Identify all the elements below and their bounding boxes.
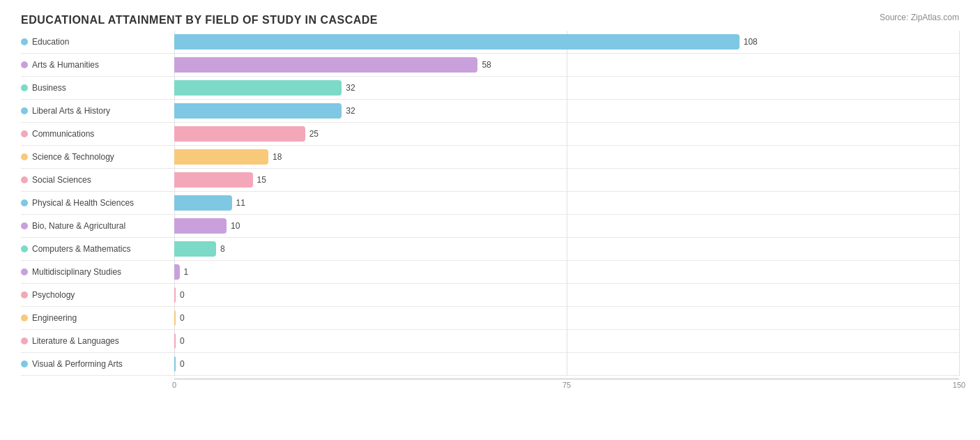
label-pill — [21, 38, 28, 45]
bar-value: 10 — [231, 221, 240, 231]
bar-value: 32 — [346, 83, 355, 93]
bar-track: 0 — [174, 356, 959, 372]
bar-fill — [174, 172, 253, 188]
bar-track: 0 — [174, 310, 959, 326]
bar-label: Bio, Nature & Agricultural — [21, 221, 174, 231]
chart-container: EDUCATIONAL ATTAINMENT BY FIELD OF STUDY… — [0, 0, 980, 440]
bar-label-text: Business — [32, 83, 66, 93]
bar-track: 10 — [174, 218, 959, 234]
label-pill — [21, 268, 28, 275]
bar-fill — [174, 333, 176, 349]
bar-label: Computers & Mathematics — [21, 244, 174, 254]
bar-label-text: Social Sciences — [32, 175, 91, 185]
bar-track: 108 — [174, 34, 959, 50]
label-pill — [21, 361, 28, 367]
bar-value: 18 — [273, 152, 282, 162]
bar-label-text: Bio, Nature & Agricultural — [32, 221, 125, 231]
bar-row: Bio, Nature & Agricultural10 — [21, 215, 959, 238]
bar-value: 25 — [309, 129, 319, 139]
label-pill — [21, 107, 28, 114]
bar-track: 18 — [174, 149, 959, 165]
bar-row: Multidisciplinary Studies1 — [21, 261, 959, 284]
bar-track: 58 — [174, 57, 959, 73]
bar-fill — [174, 149, 268, 165]
bar-row: Liberal Arts & History32 — [21, 100, 959, 123]
bar-label: Psychology — [21, 290, 174, 300]
bar-label-text: Multidisciplinary Studies — [32, 267, 121, 277]
bar-label-text: Psychology — [32, 290, 75, 300]
bar-fill — [174, 195, 232, 211]
bar-fill — [174, 218, 227, 234]
bar-row: Visual & Performing Arts0 — [21, 353, 959, 376]
bar-track: 32 — [174, 103, 959, 119]
bar-value: 0 — [180, 313, 185, 323]
bar-row: Science & Technology18 — [21, 146, 959, 169]
bar-fill — [174, 241, 216, 257]
bar-label: Liberal Arts & History — [21, 106, 174, 116]
bar-track: 0 — [174, 287, 959, 303]
bar-label: Science & Technology — [21, 152, 174, 162]
bar-value: 15 — [257, 175, 266, 185]
bar-track: 15 — [174, 172, 959, 188]
bar-value: 58 — [482, 60, 491, 70]
bar-label: Education — [21, 37, 174, 47]
bar-fill — [174, 80, 342, 96]
bar-fill — [174, 356, 176, 372]
bar-label-text: Literature & Languages — [32, 336, 119, 346]
bar-fill — [174, 264, 180, 280]
label-pill — [21, 222, 28, 229]
bar-fill — [174, 103, 342, 119]
label-pill — [21, 176, 28, 183]
x-axis-ticks: 075150 — [174, 379, 959, 392]
bar-value: 11 — [236, 198, 245, 208]
chart-title: EDUCATIONAL ATTAINMENT BY FIELD OF STUDY… — [21, 14, 959, 26]
label-pill — [21, 199, 28, 206]
bar-value: 0 — [180, 336, 185, 346]
bar-row: Computers & Mathematics8 — [21, 238, 959, 261]
bar-label-text: Arts & Humanities — [32, 60, 99, 70]
bar-row: Arts & Humanities58 — [21, 54, 959, 77]
bar-track: 32 — [174, 80, 959, 96]
label-pill — [21, 245, 28, 252]
label-pill — [21, 337, 28, 344]
bar-label-text: Communications — [32, 129, 94, 139]
bar-track: 11 — [174, 195, 959, 211]
bar-label-text: Liberal Arts & History — [32, 106, 110, 116]
grid-line — [959, 31, 960, 376]
bar-value: 1 — [184, 267, 189, 277]
label-pill — [21, 130, 28, 137]
bar-label-text: Education — [32, 37, 69, 47]
x-tick-label: 0 — [172, 381, 176, 389]
bar-label: Multidisciplinary Studies — [21, 267, 174, 277]
source-label: Source: ZipAtlas.com — [880, 13, 959, 22]
bar-row: Engineering0 — [21, 307, 959, 330]
bar-label-text: Physical & Health Sciences — [32, 198, 134, 208]
bar-value: 0 — [180, 359, 185, 369]
bar-label-text: Science & Technology — [32, 152, 114, 162]
bar-track: 1 — [174, 264, 959, 280]
bar-fill — [174, 287, 176, 303]
bar-label-text: Visual & Performing Arts — [32, 359, 123, 369]
bar-fill — [174, 310, 176, 326]
bar-label: Communications — [21, 129, 174, 139]
bar-row: Psychology0 — [21, 284, 959, 307]
bar-label: Visual & Performing Arts — [21, 359, 174, 369]
bar-row: Education108 — [21, 31, 959, 54]
bar-label: Arts & Humanities — [21, 60, 174, 70]
bar-row: Physical & Health Sciences11 — [21, 192, 959, 215]
bar-row: Business32 — [21, 77, 959, 100]
label-pill — [21, 84, 28, 91]
bar-value: 108 — [744, 37, 758, 47]
bar-label: Literature & Languages — [21, 336, 174, 346]
label-pill — [21, 61, 28, 68]
x-tick-label: 150 — [953, 381, 965, 389]
bar-track: 0 — [174, 333, 959, 349]
label-pill — [21, 153, 28, 160]
bar-fill — [174, 34, 740, 50]
bar-label: Engineering — [21, 313, 174, 323]
bar-fill — [174, 126, 305, 142]
label-pill — [21, 314, 28, 321]
bar-value: 32 — [346, 106, 355, 116]
bar-track: 8 — [174, 241, 959, 257]
bar-row: Social Sciences15 — [21, 169, 959, 192]
